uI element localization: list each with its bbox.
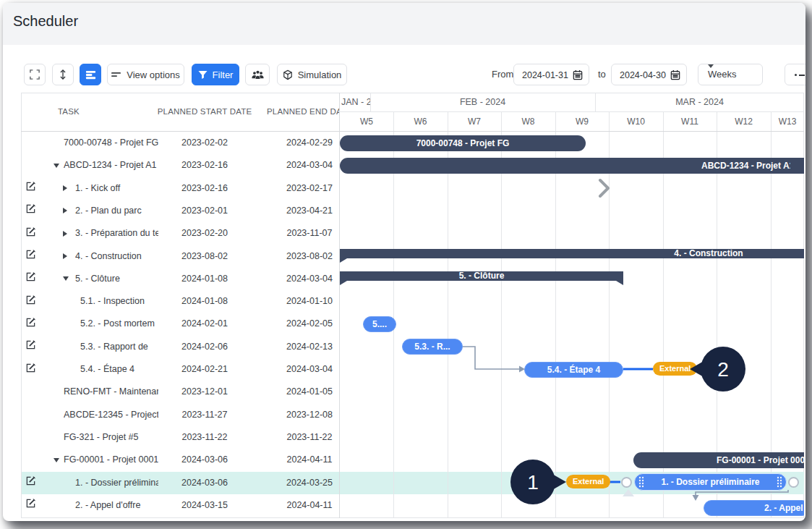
month-header-cell[interactable]: MAR - 2024 xyxy=(595,93,804,111)
edit-task-button[interactable] xyxy=(25,203,40,218)
task-name-cell[interactable]: 4. - Construction xyxy=(75,245,158,268)
month-header-cell[interactable]: FEB - 2024 xyxy=(370,93,595,111)
planned-end-cell[interactable]: 2023-08-02 xyxy=(260,245,339,268)
scroll-to-task-chevron-icon[interactable] xyxy=(597,178,612,198)
edit-task-button[interactable] xyxy=(25,181,40,195)
expand-button[interactable] xyxy=(24,64,46,85)
planned-start-cell[interactable]: 2023-11-27 xyxy=(155,404,255,426)
partial-toolbar-button[interactable] xyxy=(785,64,805,85)
task-name-cell[interactable]: 5.4. - Étape 4 xyxy=(80,358,158,381)
edit-task-button[interactable] xyxy=(25,295,40,309)
layout-rows-button[interactable] xyxy=(80,64,101,85)
planned-start-cell[interactable]: 2024-03-15 xyxy=(155,494,255,517)
planned-start-cell[interactable]: 2023-12-01 xyxy=(155,381,255,403)
planned-end-cell[interactable]: 2024-02-29 xyxy=(260,132,339,154)
zoom-level-select[interactable]: Weeks xyxy=(698,64,763,85)
calendar-icon[interactable] xyxy=(573,69,583,80)
planned-end-cell[interactable]: 2024-03-04 xyxy=(260,154,339,177)
month-header-cell[interactable]: JAN - 2024 xyxy=(340,93,370,111)
week-header-cell[interactable]: W7 xyxy=(448,112,501,131)
week-header-cell[interactable]: W6 xyxy=(393,112,448,131)
task-name-cell[interactable]: ABCD-1234 - Projet A1 xyxy=(64,154,158,177)
edit-task-button[interactable] xyxy=(25,317,40,331)
task-name-cell[interactable]: 5. - Clôture xyxy=(75,268,158,290)
resources-button[interactable] xyxy=(245,64,270,85)
task-name-cell[interactable]: 1. - Dossier préliminaire xyxy=(75,472,158,494)
expand-caret-icon[interactable] xyxy=(63,208,67,213)
drag-handle-left[interactable] xyxy=(638,476,644,488)
view-options-button[interactable]: View options xyxy=(107,64,184,85)
week-header-cell[interactable]: W10 xyxy=(609,112,663,131)
task-name-cell[interactable]: 2. - Plan du parc xyxy=(75,200,158,222)
external-badge[interactable]: External xyxy=(566,475,610,488)
planned-start-cell[interactable]: 2024-01-08 xyxy=(155,268,255,290)
planned-start-cell[interactable]: 2024-02-21 xyxy=(155,358,255,381)
week-header-cell[interactable]: W5 xyxy=(340,112,393,131)
planned-start-cell[interactable]: 2023-11-22 xyxy=(155,426,255,449)
planned-end-cell[interactable]: 2024-01-10 xyxy=(260,290,339,313)
planned-start-cell[interactable]: 2023-02-01 xyxy=(155,200,255,222)
table-chart-splitter[interactable] xyxy=(339,93,340,518)
expand-caret-icon[interactable] xyxy=(63,185,67,191)
planned-end-cell[interactable]: 2024-01-05 xyxy=(260,381,339,403)
planned-end-cell[interactable]: 2023-02-17 xyxy=(260,177,339,200)
calendar-icon[interactable] xyxy=(670,69,680,80)
task-name-cell[interactable]: RENO-FMT - Maintenance xyxy=(64,381,158,403)
planned-end-cell[interactable]: 2024-03-25 xyxy=(260,472,339,494)
planned-end-cell[interactable]: 2024-02-05 xyxy=(260,313,339,335)
column-header-start[interactable]: PLANNED START DATE xyxy=(155,93,255,131)
week-header-cell[interactable]: W9 xyxy=(555,112,609,131)
task-name-cell[interactable]: FG-00001 - Projet 0001 xyxy=(64,449,158,471)
task-name-cell[interactable]: 5.2. - Post mortem xyxy=(80,313,158,335)
edit-task-button[interactable] xyxy=(25,227,40,241)
planned-end-cell[interactable]: 2024-03-04 xyxy=(260,358,339,381)
week-header-cell[interactable]: W12 xyxy=(717,112,771,131)
from-date-input[interactable] xyxy=(521,64,573,86)
planned-start-cell[interactable]: 2024-02-06 xyxy=(155,336,255,358)
collapse-caret-icon[interactable] xyxy=(54,458,59,462)
task-name-cell[interactable]: ABCDE-12345 - Project xyxy=(64,404,158,426)
planned-end-cell[interactable]: 2024-04-11 xyxy=(260,494,339,517)
planned-start-cell[interactable]: 2023-02-16 xyxy=(155,177,255,200)
task-name-cell[interactable]: FG-321 - Projet #5 xyxy=(64,426,158,449)
planned-end-cell[interactable]: 2023-12-08 xyxy=(260,404,339,426)
task-name-cell[interactable]: 5.3. - Rapport de xyxy=(80,336,158,358)
column-header-task[interactable]: TASK xyxy=(58,93,80,131)
task-name-cell[interactable]: 7000-00748 - Projet FG xyxy=(64,132,158,154)
planned-start-cell[interactable]: 2023-02-20 xyxy=(155,222,255,245)
drag-handle-right[interactable] xyxy=(777,476,782,488)
edit-task-button[interactable] xyxy=(25,339,40,354)
edit-task-button[interactable] xyxy=(25,475,40,490)
planned-start-cell[interactable]: 2023-02-02 xyxy=(155,132,255,154)
collapse-caret-icon[interactable] xyxy=(63,276,69,281)
connector-handle-right[interactable] xyxy=(788,477,799,488)
planned-start-cell[interactable]: 2024-03-06 xyxy=(155,449,255,471)
planned-start-cell[interactable]: 2023-08-02 xyxy=(155,245,255,268)
week-header-cell[interactable]: W8 xyxy=(501,112,555,131)
expand-caret-icon[interactable] xyxy=(63,231,67,237)
planned-start-cell[interactable]: 2024-02-01 xyxy=(155,313,255,335)
simulation-button[interactable]: Simulation xyxy=(277,64,347,85)
task-name-cell[interactable]: 5.1. - Inspection xyxy=(80,290,158,313)
planned-end-cell[interactable]: 2023-11-22 xyxy=(260,426,339,449)
filter-button[interactable]: Filter xyxy=(192,64,239,85)
task-name-cell[interactable]: 1. - Kick off xyxy=(75,177,158,200)
week-header-cell[interactable]: W13 xyxy=(771,112,804,131)
column-header-end[interactable]: PLANNED END DATE xyxy=(260,93,339,131)
collapse-caret-icon[interactable] xyxy=(54,164,59,168)
expand-caret-icon[interactable] xyxy=(63,253,67,259)
task-name-cell[interactable]: 3. - Préparation du terrain xyxy=(75,222,158,245)
planned-end-cell[interactable]: 2024-02-13 xyxy=(260,336,339,358)
planned-end-cell[interactable]: 2023-04-21 xyxy=(260,200,339,222)
to-date-input[interactable] xyxy=(618,64,670,86)
edit-task-button[interactable] xyxy=(25,271,40,286)
connector-handle-left[interactable] xyxy=(621,477,632,488)
planned-end-cell[interactable]: 2023-11-07 xyxy=(260,222,339,245)
task-name-cell[interactable]: 2. - Appel d'offre xyxy=(75,494,158,517)
planned-start-cell[interactable]: 2023-02-16 xyxy=(155,154,255,177)
edit-task-button[interactable] xyxy=(25,363,40,377)
planned-start-cell[interactable]: 2024-01-08 xyxy=(155,290,255,313)
edit-task-button[interactable] xyxy=(25,498,40,512)
planned-end-cell[interactable]: 2024-03-04 xyxy=(260,268,339,290)
planned-start-cell[interactable]: 2024-03-06 xyxy=(155,472,255,494)
